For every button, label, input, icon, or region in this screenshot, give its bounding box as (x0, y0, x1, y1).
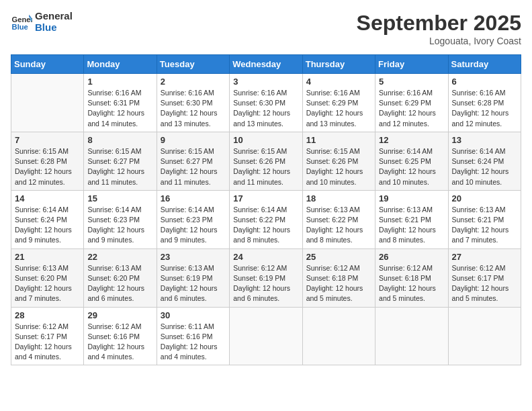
day-info: Sunrise: 6:14 AMSunset: 6:23 PMDaylight:… (161, 205, 226, 246)
calendar-cell: 9Sunrise: 6:15 AMSunset: 6:27 PMDaylight… (157, 132, 229, 190)
day-info: Sunrise: 6:16 AMSunset: 6:28 PMDaylight:… (452, 88, 517, 129)
day-info: Sunrise: 6:12 AMSunset: 6:16 PMDaylight:… (87, 322, 152, 363)
col-header-thursday: Thursday (302, 55, 375, 74)
calendar-week-row: 28Sunrise: 6:12 AMSunset: 6:17 PMDayligh… (11, 307, 521, 365)
logo-icon: General Blue (11, 11, 32, 33)
logo-text-blue: Blue (35, 22, 73, 34)
calendar-cell: 25Sunrise: 6:12 AMSunset: 6:18 PMDayligh… (302, 248, 375, 307)
day-number: 28 (15, 310, 80, 320)
day-number: 16 (161, 193, 226, 203)
day-info: Sunrise: 6:15 AMSunset: 6:26 PMDaylight:… (306, 146, 371, 187)
day-number: 29 (87, 310, 152, 320)
day-number: 4 (306, 77, 371, 87)
day-info: Sunrise: 6:16 AMSunset: 6:30 PMDaylight:… (233, 88, 298, 129)
day-info: Sunrise: 6:14 AMSunset: 6:23 PMDaylight:… (87, 205, 152, 246)
day-info: Sunrise: 6:13 AMSunset: 6:20 PMDaylight:… (15, 263, 80, 304)
calendar-cell: 15Sunrise: 6:14 AMSunset: 6:23 PMDayligh… (84, 190, 157, 248)
day-info: Sunrise: 6:12 AMSunset: 6:19 PMDaylight:… (233, 263, 298, 304)
calendar-body: 1Sunrise: 6:16 AMSunset: 6:31 PMDaylight… (11, 74, 521, 365)
calendar-cell (375, 307, 448, 365)
day-info: Sunrise: 6:13 AMSunset: 6:21 PMDaylight:… (452, 205, 517, 246)
calendar-cell (11, 74, 84, 132)
calendar-cell: 17Sunrise: 6:14 AMSunset: 6:22 PMDayligh… (230, 190, 302, 248)
calendar-cell: 5Sunrise: 6:16 AMSunset: 6:29 PMDaylight… (375, 74, 448, 132)
logo: General Blue General Blue (11, 11, 73, 33)
calendar-cell: 3Sunrise: 6:16 AMSunset: 6:30 PMDaylight… (230, 74, 302, 132)
day-number: 25 (306, 252, 371, 262)
month-title: September 2025 (357, 11, 521, 36)
calendar-cell (448, 307, 521, 365)
day-info: Sunrise: 6:12 AMSunset: 6:17 PMDaylight:… (15, 322, 80, 363)
title-block: September 2025 Logouata, Ivory Coast (357, 11, 521, 46)
day-number: 23 (161, 252, 226, 262)
day-number: 6 (452, 77, 517, 87)
day-number: 19 (379, 193, 444, 203)
calendar-cell: 29Sunrise: 6:12 AMSunset: 6:16 PMDayligh… (84, 307, 157, 365)
calendar-cell: 24Sunrise: 6:12 AMSunset: 6:19 PMDayligh… (230, 248, 302, 307)
logo-text-general: General (35, 11, 73, 22)
calendar-cell: 8Sunrise: 6:15 AMSunset: 6:27 PMDaylight… (84, 132, 157, 190)
day-number: 22 (87, 252, 152, 262)
calendar-cell: 16Sunrise: 6:14 AMSunset: 6:23 PMDayligh… (157, 190, 229, 248)
day-info: Sunrise: 6:12 AMSunset: 6:18 PMDaylight:… (379, 263, 444, 304)
location: Logouata, Ivory Coast (357, 36, 521, 46)
day-number: 26 (379, 252, 444, 262)
calendar-cell (302, 307, 375, 365)
calendar-week-row: 14Sunrise: 6:14 AMSunset: 6:24 PMDayligh… (11, 190, 521, 248)
day-number: 9 (161, 135, 226, 145)
calendar-cell: 12Sunrise: 6:14 AMSunset: 6:25 PMDayligh… (375, 132, 448, 190)
calendar-cell: 28Sunrise: 6:12 AMSunset: 6:17 PMDayligh… (11, 307, 84, 365)
col-header-saturday: Saturday (448, 55, 521, 74)
day-number: 1 (87, 77, 152, 87)
calendar-cell: 23Sunrise: 6:13 AMSunset: 6:19 PMDayligh… (157, 248, 229, 307)
day-number: 10 (233, 135, 298, 145)
day-number: 30 (161, 310, 226, 320)
day-info: Sunrise: 6:13 AMSunset: 6:21 PMDaylight:… (379, 205, 444, 246)
day-number: 14 (15, 193, 80, 203)
calendar-cell: 7Sunrise: 6:15 AMSunset: 6:28 PMDaylight… (11, 132, 84, 190)
col-header-wednesday: Wednesday (230, 55, 302, 74)
day-info: Sunrise: 6:13 AMSunset: 6:22 PMDaylight:… (306, 205, 371, 246)
calendar-cell: 21Sunrise: 6:13 AMSunset: 6:20 PMDayligh… (11, 248, 84, 307)
calendar-cell: 11Sunrise: 6:15 AMSunset: 6:26 PMDayligh… (302, 132, 375, 190)
day-info: Sunrise: 6:12 AMSunset: 6:18 PMDaylight:… (306, 263, 371, 304)
calendar-cell: 22Sunrise: 6:13 AMSunset: 6:20 PMDayligh… (84, 248, 157, 307)
day-number: 3 (233, 77, 298, 87)
col-header-friday: Friday (375, 55, 448, 74)
day-number: 5 (379, 77, 444, 87)
calendar-cell: 19Sunrise: 6:13 AMSunset: 6:21 PMDayligh… (375, 190, 448, 248)
day-number: 15 (87, 193, 152, 203)
calendar-header-row: SundayMondayTuesdayWednesdayThursdayFrid… (11, 55, 521, 74)
day-info: Sunrise: 6:12 AMSunset: 6:17 PMDaylight:… (452, 263, 517, 304)
day-info: Sunrise: 6:16 AMSunset: 6:29 PMDaylight:… (306, 88, 371, 129)
col-header-sunday: Sunday (11, 55, 84, 74)
day-info: Sunrise: 6:14 AMSunset: 6:22 PMDaylight:… (233, 205, 298, 246)
day-number: 13 (452, 135, 517, 145)
day-number: 20 (452, 193, 517, 203)
day-number: 8 (87, 135, 152, 145)
day-number: 27 (452, 252, 517, 262)
calendar-cell: 14Sunrise: 6:14 AMSunset: 6:24 PMDayligh… (11, 190, 84, 248)
day-number: 21 (15, 252, 80, 262)
day-info: Sunrise: 6:13 AMSunset: 6:20 PMDaylight:… (87, 263, 152, 304)
day-info: Sunrise: 6:14 AMSunset: 6:24 PMDaylight:… (452, 146, 517, 187)
col-header-monday: Monday (84, 55, 157, 74)
day-info: Sunrise: 6:16 AMSunset: 6:30 PMDaylight:… (161, 88, 226, 129)
calendar-week-row: 1Sunrise: 6:16 AMSunset: 6:31 PMDaylight… (11, 74, 521, 132)
day-info: Sunrise: 6:15 AMSunset: 6:26 PMDaylight:… (233, 146, 298, 187)
page-header: General Blue General Blue September 2025… (11, 11, 521, 46)
calendar-cell: 20Sunrise: 6:13 AMSunset: 6:21 PMDayligh… (448, 190, 521, 248)
calendar-cell: 18Sunrise: 6:13 AMSunset: 6:22 PMDayligh… (302, 190, 375, 248)
day-number: 17 (233, 193, 298, 203)
day-info: Sunrise: 6:11 AMSunset: 6:16 PMDaylight:… (161, 322, 226, 363)
day-info: Sunrise: 6:14 AMSunset: 6:24 PMDaylight:… (15, 205, 80, 246)
col-header-tuesday: Tuesday (157, 55, 229, 74)
svg-text:Blue: Blue (12, 23, 28, 31)
day-info: Sunrise: 6:16 AMSunset: 6:31 PMDaylight:… (87, 88, 152, 129)
day-info: Sunrise: 6:15 AMSunset: 6:27 PMDaylight:… (87, 146, 152, 187)
calendar-table: SundayMondayTuesdayWednesdayThursdayFrid… (11, 54, 521, 365)
calendar-cell: 4Sunrise: 6:16 AMSunset: 6:29 PMDaylight… (302, 74, 375, 132)
day-info: Sunrise: 6:16 AMSunset: 6:29 PMDaylight:… (379, 88, 444, 129)
calendar-cell: 1Sunrise: 6:16 AMSunset: 6:31 PMDaylight… (84, 74, 157, 132)
day-info: Sunrise: 6:15 AMSunset: 6:28 PMDaylight:… (15, 146, 80, 187)
